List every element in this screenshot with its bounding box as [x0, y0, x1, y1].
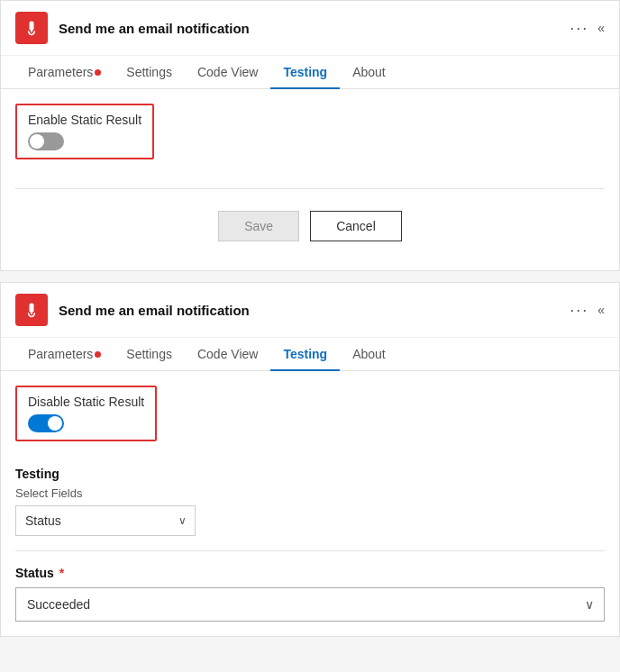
tab-codeview-1[interactable]: Code View: [185, 56, 270, 88]
cancel-button-1[interactable]: Cancel: [310, 211, 402, 241]
divider-1: [15, 188, 605, 189]
status-section: Status * Succeeded Failed Cancelled ∨: [15, 550, 605, 622]
tab-parameters-2[interactable]: Parameters: [15, 338, 114, 370]
status-dropdown-wrap: Succeeded Failed Cancelled ∨: [15, 587, 605, 622]
testing-section-title: Testing: [15, 467, 605, 481]
toggle-slider-2: [28, 414, 64, 432]
parameters-dot-2: [95, 351, 101, 358]
card-1-body: Enable Static Result Save Cancel: [1, 89, 619, 270]
required-indicator: *: [56, 566, 64, 580]
card-1-title: Send me an email notification: [59, 21, 250, 36]
card-2-body: Disable Static Result Testing Select Fie…: [1, 371, 619, 636]
select-fields-dropdown-wrap: Status ∨: [15, 505, 196, 536]
disable-static-result-toggle[interactable]: [28, 414, 64, 432]
more-options-icon-2[interactable]: ···: [570, 301, 588, 320]
toggle-slider-1: [28, 132, 64, 150]
enable-static-result-section: Enable Static Result: [15, 104, 154, 159]
status-dropdown[interactable]: Succeeded Failed Cancelled: [15, 587, 605, 622]
button-row-1: Save Cancel: [15, 204, 605, 256]
app-icon-2: [15, 294, 48, 326]
card-2-title: Send me an email notification: [59, 303, 250, 318]
collapse-icon-1[interactable]: «: [597, 21, 605, 35]
parameters-dot-1: [95, 69, 101, 76]
card-1-header-right: ··· «: [570, 19, 605, 38]
card-1: Send me an email notification ··· « Para…: [0, 0, 620, 271]
svg-rect-0: [31, 30, 32, 32]
tab-testing-2[interactable]: Testing: [270, 338, 340, 370]
select-fields-label: Select Fields: [15, 486, 605, 500]
card-2-header-right: ··· «: [570, 301, 605, 320]
tab-bar-2: Parameters Settings Code View Testing Ab…: [1, 338, 619, 371]
save-button-1[interactable]: Save: [218, 211, 299, 241]
card-2-header-left: Send me an email notification: [15, 294, 250, 326]
tab-bar-1: Parameters Settings Code View Testing Ab…: [1, 56, 619, 89]
tab-codeview-2[interactable]: Code View: [185, 338, 270, 370]
disable-static-result-label: Disable Static Result: [28, 395, 144, 409]
card-2-header: Send me an email notification ··· «: [1, 283, 619, 338]
more-options-icon-1[interactable]: ···: [570, 19, 588, 38]
tab-about-1[interactable]: About: [340, 56, 398, 88]
tab-settings-2[interactable]: Settings: [114, 338, 185, 370]
card-1-header: Send me an email notification ··· «: [1, 1, 619, 56]
status-label: Status *: [15, 566, 605, 580]
enable-static-result-label: Enable Static Result: [28, 113, 141, 127]
card-1-header-left: Send me an email notification: [15, 12, 250, 44]
enable-static-result-toggle[interactable]: [28, 132, 64, 150]
collapse-icon-2[interactable]: «: [597, 303, 605, 317]
tab-parameters-1[interactable]: Parameters: [15, 56, 114, 88]
app-icon-1: [15, 12, 48, 44]
tab-settings-1[interactable]: Settings: [114, 56, 185, 88]
select-fields-dropdown[interactable]: Status: [15, 505, 196, 536]
tab-testing-1[interactable]: Testing: [270, 56, 340, 88]
disable-static-result-section: Disable Static Result: [15, 386, 157, 441]
tab-about-2[interactable]: About: [340, 338, 398, 370]
svg-rect-1: [31, 312, 32, 314]
card-2: Send me an email notification ··· « Para…: [0, 282, 620, 637]
